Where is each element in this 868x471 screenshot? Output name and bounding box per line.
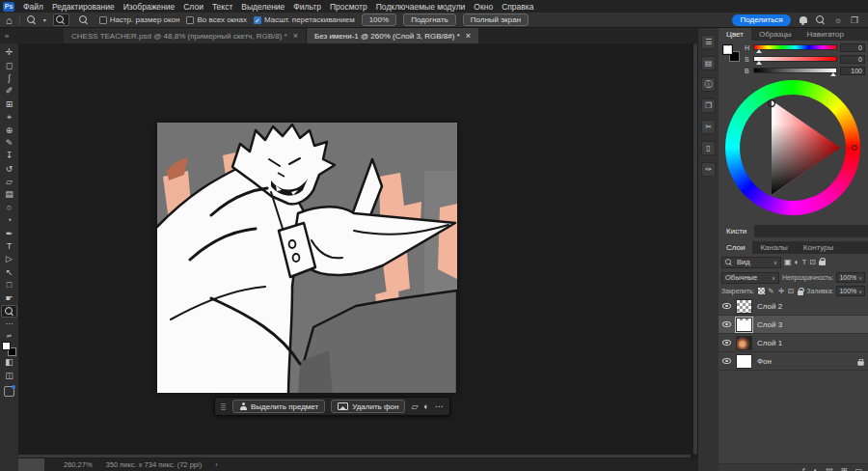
zoom-tool-icon[interactable] xyxy=(27,15,37,25)
lock-pixels-icon[interactable]: ✎ xyxy=(768,288,774,295)
layer-visibility-eye-icon[interactable] xyxy=(722,340,731,346)
select-subject-button[interactable]: Выделить предмет xyxy=(232,400,325,413)
tab-paths[interactable]: Контуры xyxy=(796,241,841,254)
hue-value-field[interactable]: 0 xyxy=(840,43,865,52)
layer-row-sloy-2[interactable]: Слой 2 xyxy=(719,297,868,316)
screen-mode-button[interactable]: ◫ xyxy=(1,370,17,382)
layer-name[interactable]: Слой 2 xyxy=(757,302,782,311)
foreground-background-swatches[interactable] xyxy=(2,342,16,356)
drag-handle[interactable] xyxy=(221,403,226,410)
zoom-in-button[interactable] xyxy=(53,14,69,26)
brush-settings-panel-icon[interactable]: ☰ xyxy=(701,35,716,49)
menu-help[interactable]: Справка xyxy=(502,2,533,12)
menu-type[interactable]: Текст xyxy=(212,2,232,12)
move-tool[interactable]: ✛ xyxy=(1,46,17,59)
layer-name[interactable]: Фон xyxy=(757,357,772,366)
tab-color[interactable]: Цвет xyxy=(719,28,751,41)
dodge-tool[interactable]: ◔ xyxy=(1,214,17,227)
info-panel-icon[interactable]: ⓘ xyxy=(701,77,716,92)
hue-ring-selector[interactable] xyxy=(852,145,857,151)
horizontal-scrollbar[interactable] xyxy=(18,455,691,457)
background-lock-icon[interactable] xyxy=(857,361,863,366)
hue-ring[interactable] xyxy=(725,80,860,215)
clone-source-panel-icon[interactable]: ❐ xyxy=(701,98,716,113)
zoom-all-windows-checkbox[interactable]: Во всех окнах xyxy=(186,15,246,24)
scrubby-zoom-checkbox[interactable]: ✓ Масшт. перетаскиванием xyxy=(254,15,355,24)
zoom-100-button[interactable]: 100% xyxy=(362,14,396,26)
tab-brushes[interactable]: Кисти xyxy=(719,225,754,237)
lasso-tool[interactable]: ʃ xyxy=(1,72,17,85)
tab-channels[interactable]: Каналы xyxy=(752,241,795,254)
zoom-level-field[interactable]: 260,27% xyxy=(64,460,93,469)
menu-select[interactable]: Выделение xyxy=(241,2,285,12)
foreground-color-swatch[interactable] xyxy=(2,342,11,350)
gradient-tool[interactable]: ▤ xyxy=(1,188,17,201)
layer-row-sloy-3-selected[interactable]: Слой 3 xyxy=(719,316,868,334)
hue-slider[interactable] xyxy=(753,44,837,50)
notes-panel-icon[interactable]: ▯ xyxy=(701,141,716,155)
type-tool[interactable]: T xyxy=(1,240,17,253)
close-tab-icon[interactable]: × xyxy=(466,31,471,41)
direct-select-tool[interactable]: ↖ xyxy=(1,266,17,279)
edit-in-app-icon[interactable] xyxy=(4,386,14,397)
quick-mask-button[interactable]: ◧ xyxy=(1,356,17,369)
saturation-slider[interactable] xyxy=(753,56,837,62)
zoom-tool-selected[interactable] xyxy=(1,305,17,318)
shape-tool[interactable]: □ xyxy=(1,279,17,291)
edit-toolbar-icon[interactable]: ⋯ xyxy=(6,319,14,328)
layer-row-background[interactable]: Фон xyxy=(719,352,868,371)
canvas-area[interactable]: Выделить предмет Удалить фон ▱ ◐ ⋯ 260,2… xyxy=(18,43,698,471)
menu-file[interactable]: Файл xyxy=(23,2,43,12)
chevron-down-icon[interactable]: ▾ xyxy=(43,16,46,23)
lock-artboard-icon[interactable]: ⊡ xyxy=(788,288,795,295)
filter-shape-layers-icon[interactable]: ⊡ xyxy=(809,258,816,266)
home-icon[interactable]: ⌂ xyxy=(6,15,13,25)
new-layer-icon[interactable]: ⊞ xyxy=(841,466,848,471)
menu-window[interactable]: Окно xyxy=(474,2,493,12)
close-tab-icon[interactable]: × xyxy=(293,31,298,41)
eyedropper-tool[interactable]: ⌖ xyxy=(1,111,17,124)
crop-icon[interactable]: ▱ xyxy=(411,402,418,411)
layer-thumbnail[interactable] xyxy=(736,354,752,369)
resize-windows-checkbox[interactable]: Настр. размер окон xyxy=(99,15,180,24)
zoom-out-button[interactable] xyxy=(76,14,93,26)
more-options-icon[interactable]: ⋯ xyxy=(435,402,444,411)
panel-color-swatches[interactable] xyxy=(722,44,740,62)
layer-visibility-eye-icon[interactable] xyxy=(722,303,731,309)
discover-lightbulb-icon[interactable]: ☼ xyxy=(834,15,842,25)
tab-navigator[interactable]: Навигатор xyxy=(800,28,852,41)
document-tab-chess-teacher[interactable]: CHESS TEACHER.psd @ 48,8% (примерный ске… xyxy=(64,28,307,43)
libraries-panel-icon[interactable]: ▤ xyxy=(701,56,716,70)
layer-name[interactable]: Слой 3 xyxy=(757,320,782,329)
tab-swatches[interactable]: Образцы xyxy=(751,28,800,41)
status-chevron-icon[interactable]: › xyxy=(215,460,218,469)
history-brush-tool[interactable]: ↺ xyxy=(1,163,17,176)
menu-edit[interactable]: Редактирование xyxy=(52,2,115,12)
menu-view[interactable]: Просмотр xyxy=(330,2,367,12)
layer-visibility-eye-icon[interactable] xyxy=(722,321,731,327)
artboard-canvas[interactable] xyxy=(157,123,457,393)
swap-colors-icon[interactable]: ⇄ xyxy=(7,332,12,339)
notifications-bell-icon[interactable] xyxy=(800,16,807,23)
saturation-value-field[interactable]: 0 xyxy=(840,55,865,64)
brush-tool[interactable]: ✎ xyxy=(1,137,17,150)
tool-presets-panel-icon[interactable]: ✑ xyxy=(701,162,716,177)
eraser-tool[interactable]: ▱ xyxy=(1,176,17,188)
lock-all-icon[interactable] xyxy=(798,291,803,295)
hue-slider-handle[interactable] xyxy=(756,49,762,53)
blend-mode-dropdown[interactable]: Обычные xyxy=(721,272,779,284)
layer-group-icon[interactable]: ▤ xyxy=(826,466,833,471)
menu-layers[interactable]: Слои xyxy=(183,2,203,12)
layer-thumbnail[interactable] xyxy=(736,318,752,332)
tab-layers[interactable]: Слои xyxy=(719,241,752,254)
brightness-slider[interactable] xyxy=(753,68,837,73)
workspace-icon[interactable]: ❐ xyxy=(851,15,858,25)
opacity-field[interactable]: 100% xyxy=(836,272,865,283)
filter-pixel-layers-icon[interactable]: ▣ xyxy=(784,258,792,266)
blur-tool[interactable]: ○ xyxy=(1,202,17,214)
quick-selection-tool[interactable]: ✐ xyxy=(1,85,17,97)
vertical-scrollbar[interactable] xyxy=(693,43,697,455)
lock-transparency-icon[interactable] xyxy=(757,288,764,295)
marquee-tool[interactable]: ◻ xyxy=(1,59,17,71)
brightness-value-field[interactable]: 100 xyxy=(840,67,865,75)
